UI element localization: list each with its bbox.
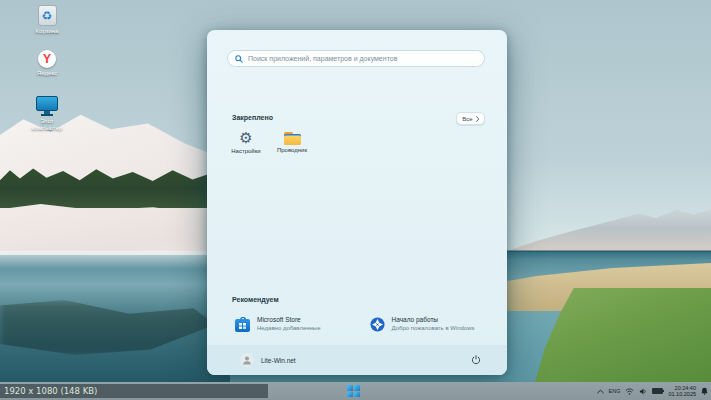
pinned-apps-grid: ⚙ Настройки Проводник [223,130,315,164]
desktop-screen: ♻ Корзина Y Яндекс Этот компьютер Поиск … [0,0,711,400]
wifi-icon[interactable] [625,388,634,395]
get-started-icon [370,317,385,332]
windows-logo-icon [347,385,353,391]
search-icon [235,55,243,63]
power-button[interactable] [471,351,481,369]
system-tray: ENG 20:24:40 01.10.2025 [597,382,708,400]
pinned-section-title: Закреплено [232,114,273,121]
chevron-right-icon [476,116,480,122]
recommended-item-store[interactable]: Microsoft Store Недавно добавленные [235,316,357,332]
desktop-icon-label: Корзина [36,28,59,35]
start-button[interactable] [347,385,360,397]
recycle-bin-icon: ♻ [38,5,57,26]
this-pc-icon [36,96,58,116]
yandex-browser-icon: Y [38,50,56,68]
gear-icon: ⚙ [239,130,252,146]
desktop-icon-yandex[interactable]: Y Яндекс [20,50,74,77]
user-name[interactable]: Lite-Win.net [261,357,296,364]
chevron-up-icon[interactable] [597,389,604,394]
recommended-item-get-started[interactable]: Начало работы Добро пожаловать в Windows [370,316,492,332]
search-input[interactable]: Поиск приложений, параметров и документо… [227,50,485,67]
pinned-app-explorer[interactable]: Проводник [269,130,315,164]
image-size-caption: 1920 x 1080 (148 KB) [0,384,268,398]
desktop-icon-recycle-bin[interactable]: ♻ Корзина [20,5,74,35]
desktop-icon-label: Яндекс [37,70,57,77]
notification-bell-icon[interactable] [701,387,708,395]
pinned-app-settings[interactable]: ⚙ Настройки [223,130,269,164]
search-placeholder: Поиск приложений, параметров и документо… [248,55,397,62]
pinned-all-button[interactable]: Все [456,112,485,125]
person-icon [242,355,252,365]
recommended-list: Microsoft Store Недавно добавленные Нача… [223,316,491,332]
start-menu-user-bar: Lite-Win.net [207,345,507,375]
language-indicator[interactable]: ENG [609,388,621,394]
user-avatar[interactable] [240,353,254,367]
start-menu: Поиск приложений, параметров и документо… [207,30,507,375]
tray-date: 01.10.2025 [668,391,696,397]
recommended-section-title: Рекомендуем [232,296,279,303]
battery-icon[interactable] [652,388,663,395]
clock[interactable]: 20:24:40 01.10.2025 [668,385,696,397]
folder-icon [284,132,301,145]
speaker-icon[interactable] [639,388,647,395]
power-icon [471,355,481,365]
desktop-icon-this-pc[interactable]: Этот компьютер [20,96,74,132]
desktop-icon-label: Этот компьютер [25,118,69,132]
microsoft-store-icon [235,317,250,332]
